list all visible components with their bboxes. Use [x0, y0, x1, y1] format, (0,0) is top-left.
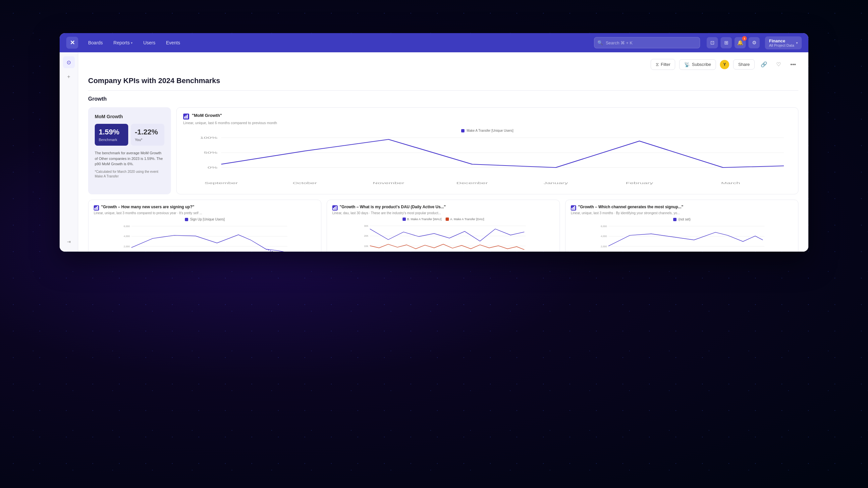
- search-input[interactable]: [594, 37, 700, 48]
- more-button[interactable]: •••: [788, 59, 799, 70]
- workspace-selector[interactable]: Finance All Project Data ▾: [765, 36, 802, 49]
- nav-boards[interactable]: Boards: [84, 38, 107, 47]
- filter-icon: ⧖: [656, 62, 659, 67]
- chart1-svg: 6,000 4,000 2,000 0 Dec 30 Jan 15 Jan 27…: [94, 223, 316, 252]
- svg-text:September: September: [205, 182, 238, 185]
- home-icon: ⊙: [67, 59, 71, 66]
- favorite-button[interactable]: ♡: [773, 59, 784, 70]
- mom-description: The benchmark for average MoM Growth of …: [95, 150, 164, 167]
- sidebar-add-btn[interactable]: +: [63, 71, 75, 83]
- chart-dau: "Growth – What is my product's DAU (Dail…: [327, 200, 560, 252]
- svg-rect-0: [184, 117, 185, 119]
- chart3-legend-dot: [673, 218, 677, 221]
- svg-text:February: February: [626, 182, 653, 185]
- plus-icon: +: [67, 74, 70, 80]
- svg-rect-50: [573, 207, 574, 210]
- gear-icon: ⚙: [752, 40, 756, 46]
- workspace-chevron: ▾: [796, 41, 798, 45]
- you-label: You*: [135, 138, 160, 142]
- search-icon: 🔍: [597, 40, 603, 45]
- svg-rect-35: [334, 207, 335, 210]
- kpi-section: MoM Growth 1.59% Benchmark -1.22% You* T…: [88, 107, 799, 194]
- collapse-icon: ⇥: [67, 239, 71, 244]
- main-legend-label: Make A Transfer [Unique Users]: [466, 129, 513, 132]
- divider: [88, 90, 799, 91]
- chart-signup: "Growth – How many new users are signing…: [88, 200, 321, 252]
- svg-text:4,000: 4,000: [124, 235, 129, 238]
- app-logo[interactable]: ✕: [66, 37, 78, 49]
- svg-text:4,000: 4,000: [601, 235, 607, 238]
- svg-text:2,000: 2,000: [601, 245, 607, 248]
- main-chart-title: "MoM Growth": [192, 113, 222, 118]
- workspace-text: Finance All Project Data: [769, 38, 794, 47]
- svg-text:100%: 100%: [200, 136, 217, 139]
- chart2-icon: [332, 205, 338, 210]
- grid-button[interactable]: ⊞: [720, 37, 732, 48]
- section-title: Growth: [88, 96, 799, 102]
- chart1-legend-dot: [185, 218, 188, 221]
- link-icon: 🔗: [761, 61, 767, 68]
- notifications-button[interactable]: 🔔 1: [735, 37, 746, 48]
- bell-icon: 🔔: [737, 40, 743, 46]
- reports-dropdown-chevron: ▾: [131, 41, 132, 45]
- chart3-subtitle: Linear, unique, last 3 months · By ident…: [571, 211, 793, 215]
- grid-icon: ⊞: [724, 40, 728, 46]
- nav-users[interactable]: Users: [138, 38, 160, 47]
- mom-growth-card: MoM Growth 1.59% Benchmark -1.22% You* T…: [88, 107, 171, 194]
- svg-text:0%: 0%: [207, 166, 217, 169]
- main-chart-svg: 100% 50% 0% September October November D…: [183, 134, 792, 187]
- chart3-icon: [571, 205, 576, 210]
- benchmark-label: Benchmark: [99, 138, 124, 142]
- link-button[interactable]: 🔗: [759, 59, 769, 70]
- subscribe-icon: 📡: [684, 62, 690, 67]
- chart-channel: "Growth – Which channel generates the mo…: [565, 200, 799, 252]
- main-chart-header: "MoM Growth": [183, 113, 792, 120]
- svg-rect-51: [574, 206, 575, 210]
- mom-card-title: MoM Growth: [95, 114, 164, 119]
- nav-events[interactable]: Events: [161, 38, 185, 47]
- nav-items: Boards Reports ▾ Users Events: [84, 38, 587, 47]
- chart-dau-header: "Growth – What is my product's DAU (Dail…: [332, 205, 554, 210]
- settings-button[interactable]: ⚙: [748, 37, 760, 48]
- chart2-legend1: B. Make A Transfer [WAU]: [407, 218, 442, 221]
- nav-reports[interactable]: Reports ▾: [108, 38, 137, 47]
- svg-rect-2: [187, 115, 188, 119]
- svg-rect-1: [186, 116, 187, 119]
- svg-text:October: October: [292, 182, 317, 185]
- share-button[interactable]: Share: [733, 59, 755, 69]
- main-chart-card: "MoM Growth" Linear, unique, last 6 mont…: [176, 107, 799, 194]
- svg-rect-36: [336, 206, 337, 210]
- chart-icon: [183, 113, 189, 120]
- workspace-name: Finance: [769, 38, 794, 43]
- chart1-icon: [94, 205, 99, 210]
- notification-badge: 1: [742, 36, 747, 41]
- benchmark-box: 1.59% Benchmark: [95, 124, 128, 146]
- navbar: ✕ Boards Reports ▾ Users Events 🔍: [60, 33, 808, 52]
- svg-text:6,000: 6,000: [124, 225, 129, 228]
- help-button[interactable]: ⊡: [707, 37, 718, 48]
- chart1-title: "Growth – How many new users are signing…: [101, 205, 194, 209]
- subscribe-button[interactable]: 📡 Subscribe: [679, 59, 716, 70]
- search-container: 🔍: [594, 37, 700, 48]
- chart3-title: "Growth – Which channel generates the mo…: [578, 205, 683, 209]
- svg-rect-17: [96, 207, 97, 210]
- chart2-title: "Growth – What is my product's DAU (Dail…: [340, 205, 446, 209]
- main-chart-subtitle: Linear, unique, last 6 months compared t…: [183, 121, 792, 125]
- svg-text:50%: 50%: [204, 151, 217, 154]
- filter-button[interactable]: ⧖ Filter: [651, 59, 676, 70]
- sidebar-collapse-btn[interactable]: ⇥: [63, 236, 75, 248]
- chart3-legend-label: (not set): [679, 218, 691, 221]
- user-avatar: Y: [720, 60, 729, 69]
- heart-icon: ♡: [776, 61, 781, 68]
- main-chart-legend: Make A Transfer [Unique Users]: [183, 129, 792, 132]
- bottom-charts-row: "Growth – How many new users are signing…: [88, 200, 799, 252]
- chart1-legend-label: Sign Up [Unique Users]: [190, 218, 225, 221]
- sidebar: ⊙ + ⇥: [60, 52, 78, 252]
- main-legend-dot: [461, 129, 464, 132]
- svg-rect-16: [94, 208, 95, 210]
- chart1-legend: Sign Up [Unique Users]: [94, 218, 316, 221]
- svg-text:6,000: 6,000: [601, 225, 607, 228]
- chart1-subtitle: Linear, unique, last 3 months compared t…: [94, 211, 316, 215]
- benchmark-value: 1.59%: [99, 128, 124, 136]
- sidebar-home-btn[interactable]: ⊙: [63, 56, 75, 68]
